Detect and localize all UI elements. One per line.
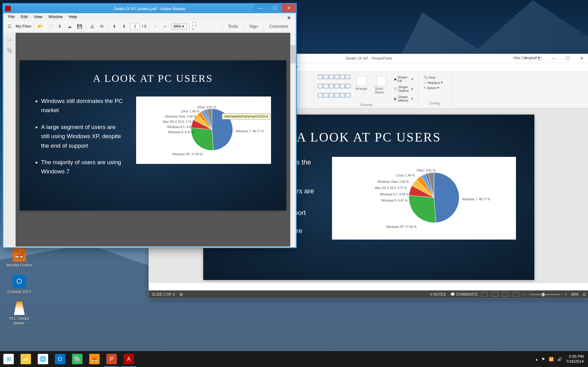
attachments-icon[interactable]: 📎 bbox=[6, 46, 13, 54]
tools-panel-button[interactable]: Tools bbox=[222, 21, 244, 32]
evernote-icon: 🐘 bbox=[72, 354, 82, 364]
zoom-in-icon[interactable]: + bbox=[161, 23, 169, 30]
pie-slice-label: Mac OS X 10.9: 3.75 % bbox=[375, 186, 407, 190]
zoom-percent[interactable]: 88% bbox=[571, 292, 578, 297]
ribbon-options-button[interactable]: ▢ bbox=[533, 54, 547, 62]
menu-file[interactable]: File bbox=[6, 13, 17, 21]
quick-styles-icon bbox=[376, 76, 386, 86]
pdf-page: A LOOK AT PC USERS Windows still dominat… bbox=[20, 60, 286, 210]
taskbar-powerpoint[interactable]: P bbox=[103, 351, 120, 367]
tray-volume-icon[interactable]: 🔊 bbox=[557, 357, 562, 361]
zoom-out-button[interactable]: − bbox=[523, 292, 525, 297]
pie-slice-label: Linux: 1.49 % bbox=[396, 174, 415, 177]
pie-slice-label: Other: 4.01 % bbox=[197, 106, 216, 109]
tray-network-icon[interactable]: 📶 bbox=[549, 357, 554, 361]
slideshow-view-button[interactable] bbox=[513, 292, 519, 297]
maximize-button[interactable]: ☐ bbox=[268, 4, 282, 12]
reader-titlebar[interactable]: Death Of XP (slides).pdf - Adobe Reader … bbox=[3, 4, 296, 13]
tray-flag-icon[interactable]: ⚑ bbox=[541, 357, 545, 361]
sorter-view-button[interactable] bbox=[492, 292, 498, 297]
start-button[interactable]: ⊞ bbox=[0, 351, 17, 367]
scrollbar[interactable] bbox=[290, 33, 296, 247]
taskbar-firefox[interactable]: 🦊 bbox=[86, 351, 103, 367]
pie-slice-label: Windows XP: 27.69 % bbox=[386, 225, 417, 229]
desktop-icon-label: VLC media player bbox=[10, 316, 29, 325]
page-up-icon[interactable]: ⬆ bbox=[111, 23, 118, 30]
replace-button[interactable]: ↔ Replace ▾ bbox=[422, 80, 448, 85]
window-controls: ? ▢ — ☐ ✕ bbox=[518, 54, 588, 62]
thumbnails-icon[interactable]: ▭ bbox=[6, 35, 13, 43]
firefox-icon: 🦊 bbox=[13, 248, 26, 262]
taskbar-explorer[interactable]: 📁 bbox=[17, 351, 34, 367]
find-button[interactable]: 🔍 Find bbox=[422, 75, 448, 80]
slide-bullets: Windows still dominates the PC market A … bbox=[35, 96, 124, 184]
pie-chart: Windows 7: 48.77 %Windows XP: 27.69 %Win… bbox=[409, 172, 459, 224]
taskbar-reader[interactable]: A bbox=[120, 351, 137, 367]
shape-fill-button[interactable]: ◆ Shape Fill ▾ bbox=[393, 75, 414, 83]
taskbar-outlook[interactable]: O bbox=[52, 351, 69, 367]
scrollbar-thumb[interactable] bbox=[291, 45, 296, 63]
desktop-icon-firefox[interactable]: 🦊Mozilla Firefox bbox=[6, 248, 33, 267]
zoom-slider[interactable] bbox=[530, 294, 560, 295]
fit-window-button[interactable]: ⊡ bbox=[583, 292, 586, 297]
zoom-level[interactable]: 64% ▾ bbox=[171, 23, 187, 29]
menu-view[interactable]: View bbox=[31, 13, 45, 21]
window-controls: — ☐ ✕ bbox=[254, 4, 296, 12]
tray-clock[interactable]: 3:55 PM 7/16/2014 bbox=[566, 354, 584, 364]
arrange-icon bbox=[357, 76, 366, 86]
print-icon[interactable]: 🖨 bbox=[88, 23, 96, 30]
close-button[interactable]: ✕ bbox=[282, 4, 296, 12]
arrange-button[interactable]: Arrange bbox=[353, 75, 370, 103]
bullet-item: A large segment of users are still using… bbox=[41, 123, 124, 150]
reading-view-button[interactable] bbox=[502, 292, 509, 297]
read-mode-icon[interactable]: ⛶ ▾ bbox=[192, 23, 199, 30]
quick-styles-button[interactable]: Quick Styles bbox=[372, 75, 390, 103]
menu-help[interactable]: Help bbox=[67, 13, 80, 21]
reader-document-area[interactable]: A LOOK AT PC USERS Windows still dominat… bbox=[16, 33, 290, 247]
zoom-out-icon[interactable]: − bbox=[151, 23, 159, 30]
maximize-button[interactable]: ☐ bbox=[561, 54, 575, 62]
page-down-icon[interactable]: ⬇ bbox=[120, 23, 128, 30]
page-number-input[interactable] bbox=[130, 23, 139, 30]
desktop-icon-vlc[interactable]: VLC media player bbox=[6, 301, 33, 325]
pie-slice-label: Windows 8: 6.41 % bbox=[381, 199, 408, 202]
comment-panel-button[interactable]: Comment bbox=[263, 21, 293, 32]
menu-window[interactable]: Window bbox=[46, 13, 65, 21]
cloud-icon[interactable]: ☁ bbox=[66, 23, 73, 30]
firefox-icon: 🦊 bbox=[89, 354, 100, 364]
adobe-reader-icon bbox=[5, 6, 11, 11]
minimize-button[interactable]: — bbox=[254, 4, 268, 12]
pie-slice-label: Windows 8.1: 4.89 % bbox=[167, 125, 196, 129]
ribbon-group-label: Editing bbox=[422, 101, 448, 105]
slide-indicator[interactable]: SLIDE 2 OF 3 bbox=[152, 292, 175, 297]
zoom-in-button[interactable]: + bbox=[565, 292, 567, 297]
menu-edit[interactable]: Edit bbox=[18, 13, 30, 21]
close-document-button[interactable]: ✕ bbox=[284, 14, 293, 22]
menu-icon[interactable]: ☰ bbox=[6, 23, 13, 30]
help-button[interactable]: ? bbox=[518, 54, 533, 62]
comments-button[interactable]: 💬 COMMENTS bbox=[450, 292, 477, 297]
shape-effects-button[interactable]: ◐ Shape Effects ▾ bbox=[393, 94, 414, 103]
close-button[interactable]: ✕ bbox=[575, 54, 588, 62]
sign-panel-button[interactable]: Sign bbox=[243, 21, 263, 32]
create-pdf-icon[interactable]: 📄 bbox=[46, 23, 54, 30]
folder-icon: 📁 bbox=[21, 354, 31, 364]
select-button[interactable]: ↖ Select ▾ bbox=[422, 85, 448, 90]
shapes-gallery[interactable] bbox=[318, 75, 350, 102]
my-files-button[interactable]: My Files bbox=[16, 24, 31, 28]
minimize-button[interactable]: — bbox=[547, 54, 561, 62]
save-icon[interactable]: 💾 bbox=[76, 23, 83, 30]
export-pdf-icon[interactable]: ⬆ bbox=[56, 23, 63, 30]
normal-view-button[interactable] bbox=[482, 292, 488, 297]
shape-outline-button[interactable]: ☐ Shape Outline ▾ bbox=[393, 85, 414, 93]
taskbar-chrome[interactable]: 🌐 bbox=[34, 351, 52, 367]
open-icon[interactable]: 📂 bbox=[36, 23, 44, 30]
pie-slice-label: Windows Vista: 2.99 % bbox=[165, 115, 196, 118]
desktop-icon-outlook[interactable]: OOutlook 2013 bbox=[6, 275, 33, 294]
notes-button[interactable]: ≡ NOTES bbox=[430, 292, 446, 297]
pie-slice-label: Linux: 1.49 % bbox=[181, 110, 199, 113]
taskbar-evernote[interactable]: 🐘 bbox=[69, 351, 86, 367]
email-icon[interactable]: ✉ bbox=[98, 23, 105, 30]
tray-up-icon[interactable]: ▴ bbox=[536, 357, 538, 361]
notes-icon[interactable]: ⊞ bbox=[180, 292, 183, 297]
